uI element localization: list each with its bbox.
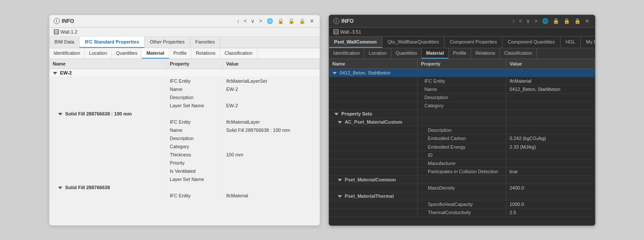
table-row[interactable]: Is Ventilated [49,167,320,175]
tab-my-favorites[interactable]: My Favorites [581,37,595,48]
next-icon-right[interactable]: > [533,18,539,25]
subtab-relations-right[interactable]: Relations [471,48,500,59]
col-property-header: Property [166,59,222,69]
table-row[interactable]: Solid Fill 288766638 : 100 mm [49,109,320,118]
table-row[interactable]: Layer Set Name [49,175,320,183]
subtab-identification-right[interactable]: Identification [329,48,365,59]
table-row[interactable]: AC_Pset_MaterialCustom [329,118,595,126]
tab-other-properties[interactable]: Other Properties [145,37,190,48]
tab-pset-wallcommon[interactable]: Pset_WallCommon [329,37,382,48]
table-row[interactable]: Solid Fill 288766638 [49,183,320,191]
table-row[interactable]: Participates in Collision Detection true [329,168,595,176]
table-row[interactable]: MassDensity 2400.0 [329,184,595,192]
table-row[interactable]: Embodied Carbon 0.242 (kgCO₂/kg) [329,134,595,143]
table-row[interactable]: Category [329,102,595,110]
row-name [49,85,166,93]
left-panel-header: i INFO ↕ < ∨ > 🌐 🔒 🔒 🔒 ✕ [49,15,320,28]
row-property [418,176,506,184]
tab-hgl[interactable]: HGL [561,37,581,48]
sort-icon-right[interactable]: ↕ [511,18,516,25]
tab-component-properties[interactable]: Component Properties [444,37,502,48]
subtab-quantities[interactable]: Quantities [112,48,142,59]
subtab-relations[interactable]: Relations [191,48,220,59]
table-row[interactable]: EW-2 [49,69,320,77]
globe-icon[interactable]: 🌐 [265,18,274,25]
table-row[interactable]: Category [49,142,320,150]
row-value: IfcMaterialLayerSet [222,77,319,85]
subtab-material[interactable]: Material [142,48,169,59]
table-row[interactable]: Pset_MaterialCommon [329,176,595,184]
right-panel-title-text: INFO [342,18,354,24]
row-value [506,102,595,109]
table-row[interactable]: Description [329,94,595,102]
table-row[interactable]: SpecificHeatCapacity 1000.0 [329,200,595,209]
lock1-icon-right[interactable]: 🔒 [552,18,561,25]
right-panel: i INFO ↕ < ∨ > 🌐 🔒 🔒 🔒 ✕ Wall.-3.51 Pset… [329,15,595,226]
prev-icon[interactable]: < [242,18,248,25]
table-row[interactable]: IFC Entity IfcMaterial [49,191,320,199]
close-icon-right[interactable]: ✕ [584,18,591,25]
tab-qto-wallbase[interactable]: Qto_WallBaseQuantities [382,37,444,48]
subtab-quantities-right[interactable]: Quantities [391,48,422,59]
expand-icon-right[interactable]: ∨ [525,18,531,25]
table-row[interactable]: IFC Entity IfcMaterialLayer [49,118,320,126]
globe-icon-right[interactable]: 🌐 [541,18,550,25]
subtab-location-right[interactable]: Location [364,48,391,59]
row-value [506,176,595,184]
row-property: Participates in Collision Detection [418,168,506,175]
row-name: Solid Fill 288766638 : 100 mm [49,109,166,118]
lock3-icon-right[interactable]: 🔒 [573,18,582,25]
table-row[interactable]: Description [329,126,595,134]
right-table-body: 0412_Beton, Stahlbeton IFC Entity IfcMat… [329,69,595,225]
table-row[interactable]: Manufacturer [329,159,595,168]
lock2-icon-right[interactable]: 🔒 [562,18,571,25]
row-name [49,175,166,183]
table-row[interactable]: 0412_Beton, Stahlbeton [329,69,595,77]
table-row[interactable]: Name EW-2 [49,85,320,93]
triangle-icon [333,72,337,75]
table-row[interactable]: Thickness 100 mm [49,150,320,159]
lock2-icon[interactable]: 🔒 [287,18,296,25]
row-name [49,118,166,126]
table-row[interactable]: ID [329,151,595,159]
table-row[interactable]: Pset_MaterialThermal [329,192,595,200]
tab-bim-data[interactable]: BIM Data [49,37,80,48]
table-row[interactable]: IFC Entity IfcMaterial [329,77,595,85]
expand-icon[interactable]: ∨ [250,18,256,25]
sort-icon[interactable]: ↕ [235,18,240,25]
row-value [506,151,595,159]
table-row[interactable]: Description [49,93,320,101]
row-property: Description [418,94,506,101]
table-row[interactable]: Priority [49,159,320,167]
row-name: AC_Pset_MaterialCustom [329,118,418,126]
table-row[interactable]: Name 0412_Beton, Stahlbeton [329,85,595,94]
subtab-profile[interactable]: Profile [169,48,191,59]
subtab-material-right[interactable]: Material [422,48,449,59]
subtab-identification[interactable]: Identification [49,48,85,59]
lock3-icon[interactable]: 🔒 [298,18,307,25]
lock1-icon[interactable]: 🔒 [276,18,285,25]
subtab-location[interactable]: Location [85,48,112,59]
close-icon[interactable]: ✕ [308,18,315,25]
subtab-classification[interactable]: Classification [220,48,257,59]
tab-favorites[interactable]: Favorites [190,37,220,48]
table-row[interactable]: Layer Set Name EW-2 [49,101,320,109]
next-icon[interactable]: > [258,18,263,25]
row-value [506,94,595,101]
row-name [329,184,418,192]
subtab-classification-right[interactable]: Classification [500,48,537,59]
row-value: 2.33 (MJ/kg) [506,143,595,151]
prev-icon-right[interactable]: < [518,18,523,25]
subtab-profile-right[interactable]: Profile [449,48,471,59]
table-row[interactable]: IFC Entity IfcMaterialLayerSet [49,77,320,85]
table-row[interactable]: Property Sets [329,110,595,118]
row-name: Pset_MaterialCommon [329,176,418,184]
table-row[interactable]: Description [49,134,320,142]
tab-component-quantities[interactable]: Component Quantities [502,37,560,48]
table-row[interactable]: ThermalConductivity 2.5 [329,209,595,217]
table-row[interactable]: Embodied Energy 2.33 (MJ/kg) [329,143,595,151]
row-property: MassDensity [418,184,506,192]
table-row[interactable]: Name Solid Fill 288766638 : 100 mm [49,126,320,134]
tab-ifc-standard[interactable]: IFC Standard Properties [80,37,145,48]
row-value [222,134,319,142]
